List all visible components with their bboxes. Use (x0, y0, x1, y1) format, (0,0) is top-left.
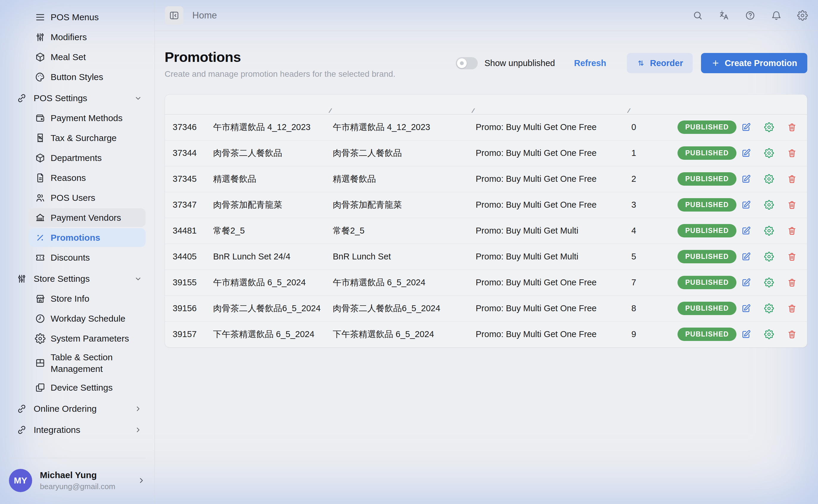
sidebar-item-icon (35, 32, 46, 43)
show-unpublished-toggle[interactable] (456, 57, 478, 69)
create-promotion-button[interactable]: Create Promotion (701, 53, 807, 73)
sidebar-item-online-ordering[interactable]: Online Ordering (16, 399, 146, 418)
sidebar-item-departments[interactable]: Departments (29, 148, 146, 167)
cell-priority: 7 (631, 270, 678, 295)
configure-button[interactable] (764, 252, 774, 262)
sidebar-item-payment-vendors[interactable]: Payment Vendors (29, 208, 146, 227)
sidebar-item-tax-surcharge[interactable]: Tax & Surcharge (29, 129, 146, 147)
help-icon-button[interactable] (745, 10, 756, 21)
column-header[interactable] (631, 95, 678, 114)
sidebar-item-pos-settings[interactable]: POS Settings (16, 89, 146, 107)
sidebar-item-label: POS Menus (51, 11, 142, 23)
edit-button[interactable] (741, 226, 751, 236)
user-profile[interactable]: MY Michael Yung bearyung@gmail.com (9, 458, 146, 504)
sidebar-item-table-section-management[interactable]: Table & Section Management (29, 349, 146, 377)
sidebar-item-icon (35, 133, 46, 143)
breadcrumb[interactable]: Home (192, 10, 217, 21)
status-badge: PUBLISHED (678, 276, 736, 289)
sidebar-item-meal-set[interactable]: Meal Set (29, 48, 146, 66)
column-header[interactable] (678, 95, 736, 114)
edit-button[interactable] (741, 174, 751, 184)
cell-status: PUBLISHED (678, 114, 736, 140)
column-header[interactable] (165, 95, 213, 114)
table-row: 39157 下午茶精選飲品 6_5_2024 下午茶精選飲品 6_5_2024 … (165, 321, 807, 347)
sidebar-item-label: Button Styles (51, 71, 142, 83)
gear-icon (764, 200, 774, 210)
sidebar-item-label: POS Users (51, 192, 142, 204)
configure-button[interactable] (764, 122, 774, 132)
configure-button[interactable] (764, 148, 774, 158)
topbar-icon (719, 10, 729, 21)
sidebar-item-label: POS Settings (34, 92, 132, 104)
gear-icon-button[interactable] (797, 10, 808, 21)
sidebar-item-pos-users[interactable]: POS Users (29, 188, 146, 207)
column-header[interactable] (736, 95, 807, 114)
delete-button[interactable] (787, 329, 797, 339)
column-header[interactable] (333, 95, 476, 114)
sidebar-item-label: Reasons (51, 172, 142, 184)
sidebar-item-label: Promotions (51, 232, 142, 243)
cell-code: 肉骨茶二人餐飲品6_5_2024 (213, 295, 333, 321)
plus-icon (711, 59, 720, 68)
delete-button[interactable] (787, 252, 797, 262)
reorder-button[interactable]: Reorder (627, 53, 692, 73)
cell-priority: 5 (631, 244, 678, 270)
sidebar-item-workday-schedule[interactable]: Workday Schedule (29, 309, 146, 328)
gear-icon (764, 278, 774, 287)
delete-button[interactable] (787, 226, 797, 236)
configure-button[interactable] (764, 278, 774, 287)
sidebar-item-reasons[interactable]: Reasons (29, 168, 146, 187)
configure-button[interactable] (764, 200, 774, 210)
sidebar-item-discounts[interactable]: Discounts (29, 248, 146, 267)
sidebar-item-device-settings[interactable]: Device Settings (29, 378, 146, 397)
column-header[interactable] (213, 95, 333, 114)
edit-button[interactable] (741, 122, 751, 132)
cell-actions (736, 166, 807, 192)
sidebar-item-button-styles[interactable]: Button Styles (29, 68, 146, 86)
configure-button[interactable] (764, 226, 774, 236)
cell-actions (736, 114, 807, 140)
configure-button[interactable] (764, 303, 774, 313)
sidebar-item-label: System Parameters (51, 333, 142, 344)
sidebar-item-promotions[interactable]: Promotions (29, 228, 146, 247)
sidebar-item-store-settings[interactable]: Store Settings (16, 269, 146, 288)
column-header[interactable] (476, 95, 631, 114)
delete-button[interactable] (787, 303, 797, 313)
sidebar-item-label: Tax & Surcharge (51, 132, 142, 144)
sidebar-item-store-info[interactable]: Store Info (29, 289, 146, 308)
collapse-sidebar-button[interactable] (165, 6, 183, 25)
delete-button[interactable] (787, 148, 797, 158)
cell-name: 下午茶精選飲品 6_5_2024 (333, 321, 476, 347)
configure-button[interactable] (764, 329, 774, 339)
cell-name: 精選餐飲品 (333, 166, 476, 192)
edit-button[interactable] (741, 148, 751, 158)
delete-button[interactable] (787, 122, 797, 132)
sidebar-item-integrations[interactable]: Integrations (16, 420, 146, 439)
edit-icon (741, 278, 751, 287)
configure-button[interactable] (764, 174, 774, 184)
sidebar-item-label: Payment Vendors (51, 212, 142, 223)
search-icon-button[interactable] (692, 10, 703, 21)
cell-actions (736, 192, 807, 218)
bell-icon-button[interactable] (771, 10, 782, 21)
edit-button[interactable] (741, 278, 751, 287)
cell-actions (736, 321, 807, 347)
sidebar-item-modifiers[interactable]: Modifiers (29, 28, 146, 46)
sidebar-item-pos-menus[interactable]: POS Menus (29, 8, 146, 26)
edit-button[interactable] (741, 329, 751, 339)
sidebar-item-system-parameters[interactable]: System Parameters (29, 329, 146, 348)
delete-button[interactable] (787, 200, 797, 210)
delete-button[interactable] (787, 174, 797, 184)
refresh-button[interactable]: Refresh (574, 58, 606, 68)
edit-button[interactable] (741, 303, 751, 313)
sidebar-item-payment-methods[interactable]: Payment Methods (29, 109, 146, 127)
sidebar-item-label: Online Ordering (34, 403, 132, 414)
panel-collapse-icon (169, 10, 179, 21)
table-row: 34405 BnR Lunch Set 24/4 BnR Lunch Set P… (165, 244, 807, 270)
chevron-right-icon (137, 476, 146, 485)
edit-button[interactable] (741, 200, 751, 210)
edit-button[interactable] (741, 252, 751, 262)
user-info: Michael Yung bearyung@gmail.com (40, 470, 137, 491)
translate-icon-button[interactable] (719, 10, 729, 21)
delete-button[interactable] (787, 278, 797, 287)
